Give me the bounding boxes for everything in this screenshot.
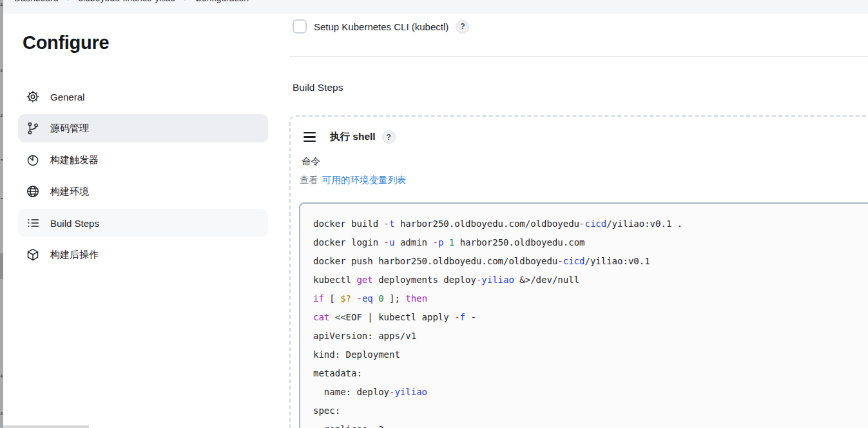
- code-line: replicas: 3: [313, 420, 868, 428]
- shell-command-editor[interactable]: docker build -t harbor250.oldboyedu.com/…: [299, 202, 868, 428]
- sidebar-item-build-steps[interactable]: Build Steps: [18, 209, 268, 237]
- sidebar-item-post-build-actions[interactable]: 构建后操作: [18, 240, 268, 269]
- code-token: -: [432, 237, 438, 248]
- code-token: apiVersion: apps/v1: [313, 331, 416, 341]
- bottom-edge-artifact: [3, 425, 89, 428]
- code-token: /yiliao:v0.1: [584, 256, 650, 266]
- code-token: docker login: [313, 237, 384, 248]
- code-token: 0: [378, 293, 383, 304]
- edge-mark: 4: [0, 412, 3, 416]
- code-line: spec:: [313, 402, 868, 420]
- breadcrumb-item-configuration[interactable]: Configuration: [195, 0, 249, 3]
- setup-kubectl-label: Setup Kubernetes CLI (kubectl): [314, 21, 448, 32]
- code-token: kind: Deployment: [313, 349, 400, 360]
- globe-icon: [26, 184, 40, 199]
- code-token: then: [405, 293, 427, 304]
- edge-mark: 4: [0, 374, 3, 379]
- build-step-title: 执行 shell: [330, 130, 376, 144]
- edge-mark: 4: [0, 114, 3, 119]
- code-token: docker push harbor250.oldboyedu.com/oldb…: [313, 256, 557, 266]
- code-line: docker build -t harbor250.oldboyedu.com/…: [313, 215, 868, 233]
- code-token: deployments deploy: [373, 275, 476, 285]
- sidebar-item-label: 源码管理: [50, 122, 89, 135]
- sidebar-item-build-environment[interactable]: 构建环境: [18, 177, 268, 206]
- window-edge-artifact: 4 4 4 4 4: [0, 0, 3, 428]
- code-token: yiliao: [481, 275, 514, 285]
- git-branch-icon: [26, 121, 40, 135]
- drag-handle-icon[interactable]: [304, 132, 316, 142]
- build-steps-heading: Build Steps: [293, 82, 343, 93]
- code-token: kubectl: [313, 275, 356, 285]
- sidebar-item-label: 构建触发器: [50, 154, 99, 166]
- sidebar-item-label: General: [50, 92, 84, 102]
- breadcrumb-item-job[interactable]: oldboyedu-finance-yiliao: [78, 0, 175, 3]
- code-token: cicd: [563, 256, 585, 266]
- code-token: [443, 237, 448, 248]
- code-token: name: deploy: [313, 387, 389, 397]
- code-token: eq: [362, 293, 373, 304]
- code-line: docker push harbor250.oldboyedu.com/oldb…: [313, 252, 868, 271]
- chevron-right-icon: ›: [67, 0, 70, 3]
- code-token: [373, 293, 378, 304]
- code-token: 1: [449, 237, 454, 248]
- edge-tick: [1, 198, 3, 199]
- code-token: f: [460, 312, 465, 322]
- gear-icon: [26, 90, 40, 104]
- setup-kubectl-checkbox[interactable]: [293, 19, 307, 34]
- code-line: name: deploy-yiliao: [313, 383, 868, 402]
- sidebar-item-label: Build Steps: [50, 218, 99, 229]
- section-divider: [289, 56, 868, 57]
- code-token: [: [324, 293, 340, 304]
- env-variables-link[interactable]: 可用的环境变量列表: [322, 174, 407, 186]
- page-title: Configure: [23, 32, 109, 54]
- build-step-header: 执行 shell ?: [304, 130, 396, 144]
- code-token: replicas: 3: [313, 424, 384, 428]
- sidebar-item-general[interactable]: General: [18, 83, 268, 111]
- help-button[interactable]: ?: [456, 20, 469, 34]
- env-variables-hint: 查看 可用的环境变量列表: [300, 174, 407, 186]
- edge-tick: [1, 159, 3, 160]
- kubectl-option-row: Setup Kubernetes CLI (kubectl) ?: [293, 19, 469, 34]
- code-token: ];: [384, 293, 406, 304]
- sidebar-item-build-triggers[interactable]: 构建触发器: [18, 146, 268, 174]
- code-token: $?: [340, 293, 351, 304]
- breadcrumb-bar: Dashboard › oldboyedu-finance-yiliao › C…: [3, 0, 868, 14]
- code-token: get: [356, 275, 372, 285]
- configure-sidebar: General 源码管理 构建触发器 构建环境 Build Steps 构: [18, 83, 268, 269]
- code-line: docker login -u admin -p 1 harbor250.old…: [313, 233, 868, 252]
- code-token: cat: [313, 312, 329, 322]
- code-token: -: [465, 312, 476, 322]
- code-line: apiVersion: apps/v1: [313, 327, 868, 345]
- edge-mark: 4: [0, 3, 3, 8]
- code-token: cicd: [584, 219, 606, 229]
- edge-mark: 4: [0, 69, 3, 73]
- code-token: -: [384, 237, 389, 248]
- code-line: if [ $? -eq 0 ]; then: [313, 289, 868, 308]
- edge-scrollbar-thumb: [0, 253, 3, 279]
- code-token: harbor250.oldboyedu.com: [454, 237, 584, 248]
- code-line: metadata:: [313, 364, 868, 383]
- code-token: -: [384, 219, 389, 229]
- env-hint-prefix: 查看: [300, 174, 318, 186]
- code-token: metadata:: [313, 368, 362, 378]
- code-token: harbor250.oldboyedu.com/oldboyedu: [394, 219, 579, 229]
- sidebar-item-source-code-management[interactable]: 源码管理: [18, 114, 268, 142]
- code-token: docker build: [313, 219, 384, 229]
- code-token: admin: [394, 237, 432, 248]
- code-token: -: [557, 256, 563, 266]
- cube-icon: [26, 248, 40, 262]
- build-step-card: 执行 shell ? 命令 查看 可用的环境变量列表 docker build …: [289, 115, 868, 428]
- timer-icon: [26, 153, 40, 167]
- code-line: cat <<EOF | kubectl apply -f -: [313, 308, 868, 327]
- breadcrumb: Dashboard › oldboyedu-finance-yiliao › C…: [14, 0, 249, 3]
- code-token: /yiliao:v0.1 .: [606, 219, 682, 229]
- code-token: &>/dev/null: [514, 275, 579, 285]
- sidebar-item-label: 构建后操作: [50, 249, 99, 261]
- help-button[interactable]: ?: [382, 130, 396, 144]
- code-token: <<EOF | kubectl apply: [329, 312, 454, 322]
- sidebar-item-label: 构建环境: [50, 186, 89, 198]
- breadcrumb-item-dashboard[interactable]: Dashboard: [14, 0, 59, 3]
- code-token: -: [454, 312, 459, 322]
- code-content: docker build -t harbor250.oldboyedu.com/…: [300, 204, 868, 428]
- chevron-right-icon: ›: [184, 0, 187, 3]
